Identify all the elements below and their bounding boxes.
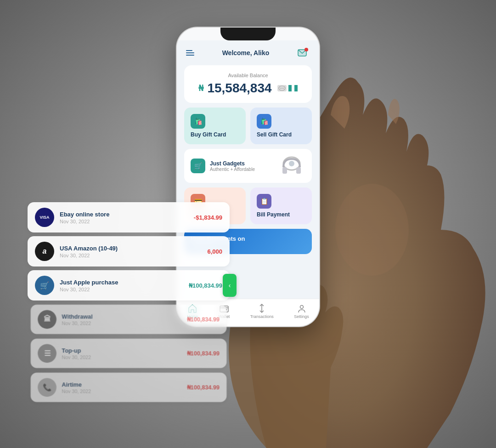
currency-symbol: ₦ (198, 83, 203, 93)
bill-payment-label: Bill Payment (257, 211, 290, 218)
buy-gift-card-button[interactable]: 🛍️ Buy Gift Card (184, 108, 246, 144)
menu-line-2 (186, 52, 194, 53)
airtime-info: Airtime Nov 30, 2022 (62, 381, 182, 394)
withdrawal-date: Nov 30, 2022 (62, 320, 182, 326)
transaction-ebay[interactable]: VISA Ebay online store Nov 30, 2022 -$1,… (28, 202, 230, 233)
amazon-info: USA Amazon (10-49) Nov 30, 2022 (60, 245, 202, 258)
notification-icon[interactable] (297, 48, 310, 58)
svg-point-5 (282, 88, 282, 89)
transaction-overlay: VISA Ebay online store Nov 30, 2022 -$1,… (28, 202, 230, 406)
airtime-date: Nov 30, 2022 (62, 388, 182, 394)
svg-point-4 (280, 88, 281, 89)
quick-actions-grid: 🛍️ Buy Gift Card 🛍️ Sell Gift Card (184, 108, 312, 144)
sell-gift-card-icon: 🛍️ (257, 114, 271, 129)
transaction-airtime[interactable]: 📞 Airtime Nov 30, 2022 ₦100,834.99 (31, 373, 227, 402)
amazon-avatar: a (35, 242, 54, 261)
sell-gift-card-label: Sell Gift Card (257, 131, 292, 138)
settings-icon (297, 303, 307, 313)
bill-payment-button[interactable]: 📋 Bill Payment (250, 187, 312, 224)
transaction-apple[interactable]: 🛒 Just Apple purchase Nov 30, 2022 ₦100,… (28, 270, 230, 301)
phone-notch (220, 28, 276, 40)
svg-rect-7 (288, 85, 292, 91)
chat-icon (277, 85, 287, 91)
ebay-avatar: VISA (35, 208, 54, 227)
buy-gift-card-label: Buy Gift Card (191, 131, 226, 138)
menu-button[interactable] (186, 50, 194, 56)
gadgets-title: Just Gadgets (210, 160, 278, 167)
apple-date: Nov 30, 2022 (60, 287, 183, 292)
transactions-icon (257, 303, 267, 313)
svg-rect-12 (296, 167, 301, 174)
svg-rect-11 (282, 167, 287, 174)
menu-line-3 (186, 55, 194, 56)
buy-gift-card-icon: 🛍️ (191, 114, 205, 129)
balance-card: Available Balance ₦ 15,584,834 (184, 65, 312, 103)
svg-point-18 (335, 184, 409, 276)
svg-point-13 (289, 161, 294, 166)
balance-flags (277, 85, 298, 91)
svg-point-17 (300, 305, 303, 308)
airtime-amount: ₦100,834.99 (187, 384, 220, 391)
amazon-name: USA Amazon (10-49) (60, 245, 202, 252)
withdrawal-avatar: 🏛 (38, 310, 56, 329)
headphones-image (278, 154, 305, 177)
balance-label: Available Balance (193, 73, 303, 78)
transaction-withdrawal[interactable]: 🏛 Withdrawal Nov 30, 2022 ₦100,834.99 (31, 305, 227, 334)
amazon-date: Nov 30, 2022 (60, 253, 202, 258)
svg-point-2 (304, 48, 308, 51)
bill-payment-icon: 📋 (257, 194, 271, 209)
ebay-amount: -$1,834.99 (194, 214, 222, 221)
airtime-name: Airtime (62, 381, 182, 388)
apple-amount: ₦100,834.99 (189, 282, 222, 289)
scene: Welcome, Aliko Available Balance (0, 0, 496, 448)
nigeria-flag (288, 85, 298, 91)
gadgets-banner[interactable]: 🛒 Just Gadgets Authentic + Affordable (184, 149, 312, 183)
ebay-info: Ebay online store Nov 30, 2022 (60, 211, 188, 224)
nav-transactions[interactable]: Transactions (250, 303, 274, 319)
topup-info: Top-up Nov 30, 2022 (62, 347, 182, 360)
header-greeting: Welcome, Aliko (222, 49, 270, 57)
gadgets-text: Just Gadgets Authentic + Affordable (210, 160, 278, 172)
topup-avatar: ☰ (38, 344, 56, 363)
svg-rect-8 (292, 85, 294, 91)
withdrawal-amount: ₦100,834.99 (187, 316, 220, 323)
topup-date: Nov 30, 2022 (62, 354, 182, 360)
ebay-name: Ebay online store (60, 211, 188, 218)
menu-line-1 (186, 50, 192, 51)
transactions-nav-label: Transactions (250, 314, 274, 319)
gadgets-icon: 🛒 (191, 159, 205, 173)
transaction-amazon[interactable]: a USA Amazon (10-49) Nov 30, 2022 6,000 (28, 236, 230, 267)
svg-point-6 (283, 88, 284, 89)
apple-info: Just Apple purchase Nov 30, 2022 (60, 279, 183, 292)
topup-amount: ₦100,834.99 (187, 350, 220, 357)
airtime-avatar: 📞 (38, 378, 56, 397)
gadgets-subtitle: Authentic + Affordable (210, 167, 278, 172)
withdrawal-info: Withdrawal Nov 30, 2022 (62, 313, 182, 326)
transaction-topup[interactable]: ☰ Top-up Nov 30, 2022 ₦100,834.99 (31, 339, 227, 368)
sell-gift-card-button[interactable]: 🛍️ Sell Gift Card (250, 108, 312, 144)
withdrawal-name: Withdrawal (62, 313, 182, 320)
apple-avatar: 🛒 (35, 276, 54, 295)
balance-amount-row: ₦ 15,584,834 (193, 81, 303, 96)
topup-name: Top-up (62, 347, 182, 354)
amazon-amount: 6,000 (207, 248, 222, 255)
slide-handle[interactable]: ‹ (223, 274, 237, 297)
apple-name: Just Apple purchase (60, 279, 183, 286)
svg-rect-9 (294, 85, 298, 91)
balance-value: 15,584,834 (207, 81, 271, 96)
settings-nav-label: Settings (294, 314, 309, 319)
app-header: Welcome, Aliko (177, 40, 319, 62)
nav-settings[interactable]: Settings (294, 303, 309, 319)
ebay-date: Nov 30, 2022 (60, 219, 188, 224)
